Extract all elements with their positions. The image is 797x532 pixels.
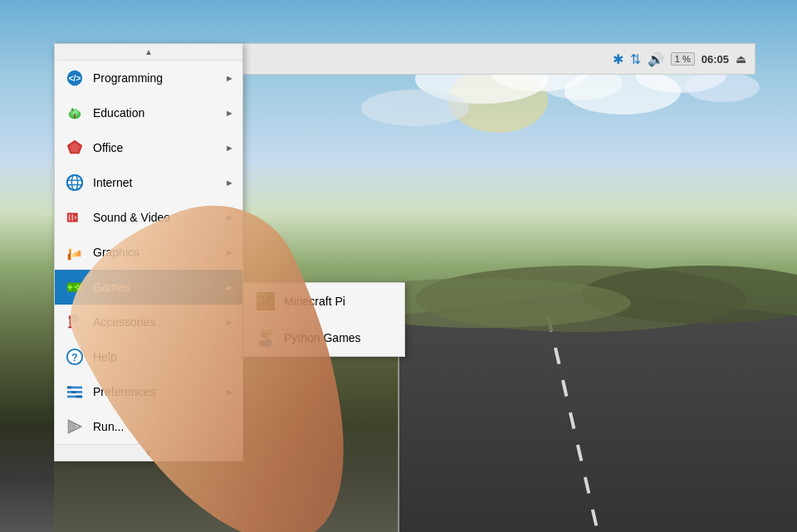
network-icon[interactable]: ⇅ — [630, 51, 641, 67]
office-icon — [63, 136, 86, 159]
menu-item-preferences[interactable]: Preferences ► — [55, 374, 242, 409]
graphics-icon — [63, 241, 86, 264]
svg-rect-33 — [75, 216, 76, 219]
internet-icon — [63, 171, 86, 194]
volume-icon[interactable]: 🔊 — [648, 51, 664, 67]
svg-rect-52 — [67, 387, 72, 389]
menu-label-sound-video: Sound & Video — [93, 211, 225, 224]
sound-video-icon — [63, 206, 86, 229]
svg-point-45 — [68, 327, 73, 329]
svg-rect-32 — [71, 214, 73, 220]
menu-label-games: Games — [93, 281, 225, 294]
menu-arrow-sound-video: ► — [225, 212, 234, 222]
svg-point-26 — [71, 175, 77, 190]
games-submenu: Minecraft Pi Python Games — [243, 282, 405, 357]
svg-rect-66 — [262, 301, 269, 303]
battery-indicator: 1 % — [671, 52, 695, 66]
submenu-label-python-games: Python Games — [284, 331, 361, 344]
menu-item-programming[interactable]: </> Programming ► — [55, 61, 242, 95]
svg-point-42 — [76, 287, 79, 290]
svg-rect-68 — [266, 303, 268, 304]
preferences-icon — [63, 380, 86, 403]
menu-item-education[interactable]: Education ► — [55, 95, 242, 130]
svg-rect-31 — [69, 214, 71, 220]
svg-rect-64 — [262, 296, 264, 299]
menu-label-office: Office — [93, 141, 225, 154]
svg-rect-65 — [267, 296, 270, 299]
svg-point-29 — [67, 175, 82, 190]
svg-point-43 — [75, 286, 77, 289]
svg-point-41 — [79, 286, 81, 289]
svg-text:</>: </> — [69, 74, 81, 83]
submenu-label-minecraft: Minecraft Pi — [284, 295, 345, 308]
svg-point-40 — [76, 285, 79, 287]
svg-rect-60 — [257, 292, 266, 301]
taskbar-right: ✱ ⇅ 🔊 1 % 06:05 ⏏ — [604, 51, 755, 67]
svg-point-36 — [69, 248, 72, 251]
help-icon: ? — [63, 345, 86, 368]
menu-label-graphics: Graphics — [93, 246, 225, 259]
menu-label-run: Run... — [93, 420, 234, 433]
svg-rect-39 — [68, 286, 73, 288]
clock: 06:05 — [702, 53, 729, 66]
menu-arrow-education: ► — [225, 108, 234, 118]
menu-item-sound-video[interactable]: Sound & Video ► — [55, 200, 242, 235]
programming-icon: </> — [63, 66, 86, 90]
menu-item-accessories[interactable]: Accessories ► — [55, 305, 242, 339]
menu-arrow-accessories: ► — [225, 317, 234, 327]
svg-rect-44 — [70, 320, 71, 327]
menu-arrow-programming: ► — [225, 73, 234, 83]
svg-point-69 — [262, 331, 264, 333]
menu-item-help[interactable]: ? Help — [55, 339, 242, 374]
svg-point-70 — [267, 344, 269, 345]
submenu-item-python-games[interactable]: Python Games — [244, 320, 404, 356]
menu-arrow-internet: ► — [225, 178, 234, 188]
eject-icon[interactable]: ⏏ — [736, 52, 746, 66]
svg-point-8 — [361, 90, 469, 126]
menu-arrow-preferences: ► — [225, 387, 234, 397]
accessories-icon — [63, 310, 86, 334]
svg-rect-34 — [68, 254, 71, 260]
svg-rect-67 — [263, 303, 265, 304]
menu-scroll-up[interactable]: ▲ — [55, 44, 242, 61]
menu-arrow-games: ► — [225, 282, 234, 292]
menu-arrow-graphics: ► — [225, 247, 234, 257]
menu-item-run[interactable]: Run... — [55, 409, 242, 444]
menu-label-internet: Internet — [93, 176, 225, 189]
menu-label-education: Education — [93, 106, 225, 120]
run-icon — [63, 415, 86, 438]
menu-label-programming: Programming — [93, 71, 225, 85]
svg-point-47 — [74, 318, 76, 320]
menu-item-games[interactable]: Games ► — [55, 270, 242, 305]
menu-item-internet[interactable]: Internet ► — [55, 165, 242, 200]
menu-item-graphics[interactable]: Graphics ► — [55, 235, 242, 270]
menu-label-help: Help — [93, 350, 234, 364]
svg-rect-56 — [76, 396, 82, 398]
games-icon — [63, 276, 86, 299]
minecraft-icon — [254, 290, 277, 313]
education-icon — [63, 101, 86, 124]
submenu-item-minecraft[interactable]: Minecraft Pi — [244, 283, 404, 320]
menu-arrow-office: ► — [225, 143, 234, 153]
menu-label-accessories: Accessories — [93, 315, 225, 329]
svg-rect-61 — [266, 292, 275, 301]
svg-point-7 — [685, 72, 760, 102]
svg-rect-54 — [71, 391, 76, 393]
menu-item-office[interactable]: Office ► — [55, 130, 242, 165]
svg-rect-21 — [74, 115, 76, 119]
python-games-icon — [254, 326, 277, 349]
bluetooth-icon[interactable]: ✱ — [613, 51, 623, 67]
svg-text:?: ? — [71, 352, 77, 364]
menu-label-preferences: Preferences — [93, 385, 225, 398]
menu-scroll-down[interactable]: ▼ — [55, 444, 242, 461]
application-menu: ▲ </> Programming ► Education ► — [54, 43, 243, 461]
